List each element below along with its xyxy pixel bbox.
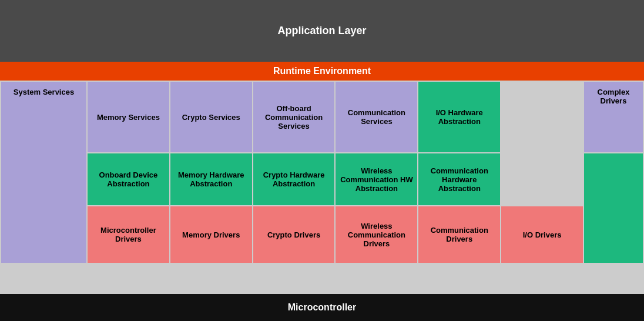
comm-hw-label: Communication Hardware Abstraction <box>422 166 497 193</box>
middle-section: System Services Memory Services Crypto S… <box>0 81 644 294</box>
wireless-drivers-cell: Wireless Communication Drivers <box>336 206 417 263</box>
communication-services-label: Communication Services <box>339 108 414 126</box>
communication-services-cell: Communication Services <box>336 82 417 152</box>
application-layer-label: Application Layer <box>277 25 366 37</box>
communication-drivers-cell: Communication Drivers <box>418 206 500 263</box>
onboard-device-abstraction-cell: Onboard Device Abstraction <box>88 153 169 205</box>
runtime-label: Runtime Environment <box>273 66 371 76</box>
application-layer: Application Layer <box>0 0 644 62</box>
runtime-bar: Runtime Environment <box>0 62 644 81</box>
diagram: Application Layer Runtime Environment Sy… <box>0 0 644 321</box>
crypto-drivers-label: Crypto Drivers <box>267 230 320 239</box>
io-hw-label: I/O Hardware Abstraction <box>422 108 497 126</box>
crypto-hw-label: Crypto Hardware Abstraction <box>257 170 331 188</box>
wireless-hw-label: Wireless Communication HW Abstraction <box>339 166 414 193</box>
microcontroller-label: Microcontroller <box>288 302 356 313</box>
offboard-services-label: Off-board Communication Services <box>257 104 331 131</box>
crypto-services-label: Crypto Services <box>182 113 240 122</box>
wireless-drivers-label: Wireless Communication Drivers <box>339 222 414 248</box>
io-drivers-label: I/O Drivers <box>523 230 562 239</box>
memory-hw-abstraction-cell: Memory Hardware Abstraction <box>170 153 252 205</box>
onboard-device-abstraction-label: Onboard Device Abstraction <box>91 170 166 188</box>
complex-drivers-top-cell: Complex Drivers <box>584 82 643 152</box>
crypto-drivers-cell: Crypto Drivers <box>253 206 335 263</box>
io-drivers-cell: I/O Drivers <box>501 206 583 263</box>
complex-drivers-label: Complex Drivers <box>588 88 639 105</box>
system-services-label: System Services <box>14 88 74 96</box>
communication-drivers-label: Communication Drivers <box>422 226 497 243</box>
crypto-services-cell: Crypto Services <box>170 82 252 152</box>
memory-drivers-cell: Memory Drivers <box>170 206 252 263</box>
offboard-services-cell: Off-board Communication Services <box>253 82 335 152</box>
microcontroller-bar: Microcontroller <box>0 294 644 321</box>
crypto-hw-abstraction-cell: Crypto Hardware Abstraction <box>253 153 335 205</box>
comm-hw-abstraction-cell: Communication Hardware Abstraction <box>418 153 500 205</box>
empty-col7-row2 <box>501 153 583 205</box>
microcontroller-drivers-cell: Microcontroller Drivers <box>88 206 169 263</box>
memory-services-label: Memory Services <box>97 113 160 122</box>
memory-hw-label: Memory Hardware Abstraction <box>174 170 249 188</box>
microcontroller-drivers-label: Microcontroller Drivers <box>91 226 166 243</box>
wireless-comm-hw-abstraction-cell: Wireless Communication HW Abstraction <box>336 153 417 205</box>
system-services-cell: System Services <box>1 82 86 263</box>
memory-services-cell: Memory Services <box>88 82 169 152</box>
memory-drivers-label: Memory Drivers <box>182 230 240 239</box>
empty-col7-row1 <box>501 82 583 152</box>
complex-drivers-bottom-cell <box>584 153 643 263</box>
io-hw-abstraction-cell: I/O Hardware Abstraction <box>418 82 500 152</box>
